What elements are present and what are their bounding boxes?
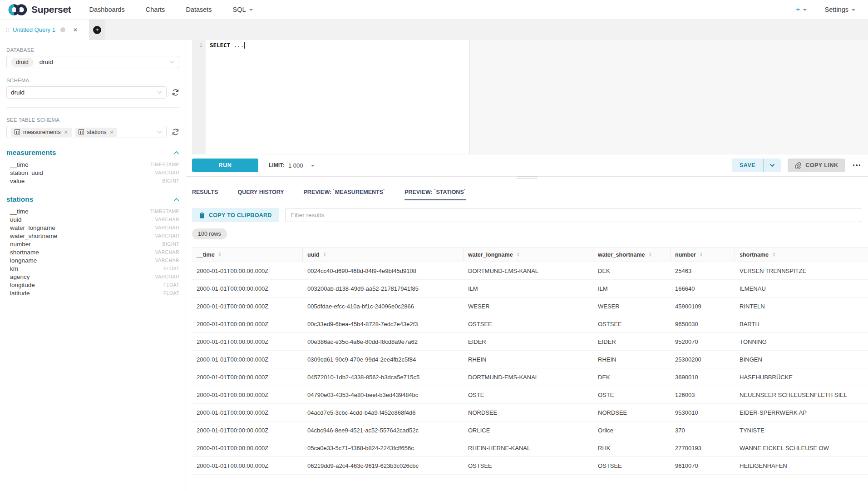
tab-query-history[interactable]: QUERY HISTORY bbox=[237, 189, 284, 200]
copy-link-label: COPY LINK bbox=[805, 162, 838, 169]
save-label[interactable]: SAVE bbox=[732, 159, 763, 172]
caret-down-icon bbox=[249, 9, 253, 11]
table-cell: HASEHUBBRÜCKE bbox=[735, 374, 868, 381]
sort-icon[interactable]: ▲▼ bbox=[517, 253, 520, 257]
table-row[interactable]: 2000-01-01T00:00:00.000Z00e386ac-e35c-4a… bbox=[192, 333, 868, 351]
run-button[interactable]: RUN bbox=[192, 159, 258, 172]
table-cell: 27700193 bbox=[671, 445, 735, 451]
refresh-tables-icon[interactable] bbox=[172, 128, 179, 136]
table-row[interactable]: 2000-01-01T00:00:00.000Z0024cc40-d690-46… bbox=[192, 262, 868, 280]
drag-handle-icon[interactable] bbox=[6, 28, 9, 32]
column-header-number[interactable]: number▲▼ bbox=[671, 248, 735, 262]
query-tab-title[interactable]: Untitled Query 1 bbox=[13, 26, 55, 33]
chevron-up-icon[interactable] bbox=[173, 198, 179, 202]
table-row[interactable]: 2000-01-01T00:00:00.000Z04acd7e5-3cbc-4c… bbox=[192, 404, 868, 422]
table-row[interactable]: 2000-01-01T00:00:00.000Z005dfdae-efcc-41… bbox=[192, 298, 868, 315]
database-select[interactable]: druid druid bbox=[6, 56, 179, 68]
table-cell: 2000-01-01T00:00:00.000Z bbox=[192, 427, 303, 434]
query-tab[interactable]: Untitled Query 1 ✕ bbox=[0, 20, 89, 40]
save-button[interactable]: SAVE bbox=[732, 159, 781, 172]
superset-brand[interactable]: Superset bbox=[8, 4, 71, 16]
column-header-uuid[interactable]: uuid▲▼ bbox=[303, 248, 464, 262]
table-row[interactable]: 2000-01-01T00:00:00.000Z04572010-1db2-43… bbox=[192, 368, 868, 386]
limit-dropdown[interactable]: LIMIT: 1 000 bbox=[269, 162, 315, 169]
clipboard-icon bbox=[199, 212, 205, 218]
nav-item-charts[interactable]: Charts bbox=[146, 6, 165, 13]
refresh-schema-icon[interactable] bbox=[172, 89, 179, 96]
column-header-water-shortname[interactable]: water_shortname▲▼ bbox=[593, 248, 671, 262]
column-header-label: number bbox=[675, 252, 696, 258]
column-row: __timeTIMESTAMP bbox=[6, 160, 179, 169]
table-pill-measurements[interactable]: measurements✕ bbox=[11, 128, 72, 137]
column-header-water-longname[interactable]: water_longname▲▼ bbox=[464, 248, 593, 262]
schema-label: SCHEMA bbox=[6, 78, 179, 83]
sort-icon[interactable]: ▲▼ bbox=[218, 253, 222, 257]
table-schema-select[interactable]: measurements✕stations✕ bbox=[6, 126, 167, 138]
table-row[interactable]: 2000-01-01T00:00:00.000Z00c33ed9-6bea-45… bbox=[192, 315, 868, 333]
table-cell: 2000-01-01T00:00:00.000Z bbox=[192, 356, 303, 363]
schema-select[interactable]: druid bbox=[6, 86, 167, 99]
schema-table-header[interactable]: measurements bbox=[6, 149, 179, 157]
tab-preview-measurements[interactable]: PREVIEW: `MEASUREMENTS` bbox=[304, 189, 385, 200]
new-item-menu[interactable]: + bbox=[796, 5, 807, 14]
table-row[interactable]: 2000-01-01T00:00:00.000Z04cbc946-8ee9-45… bbox=[192, 422, 868, 439]
table-cell: EIDER-SPERRWERK AP bbox=[735, 409, 868, 416]
table-icon bbox=[15, 129, 20, 134]
table-cell: 9530010 bbox=[671, 409, 735, 416]
table-cell: 25463 bbox=[671, 268, 735, 274]
nav-item-dashboards[interactable]: Dashboards bbox=[89, 6, 124, 13]
filter-results-input[interactable] bbox=[285, 208, 861, 222]
remove-table-icon[interactable]: ✕ bbox=[110, 129, 114, 135]
nav-item-datasets[interactable]: Datasets bbox=[186, 6, 212, 13]
table-cell: WANNE EICKEL SCHLEUSE OW bbox=[735, 445, 868, 451]
query-state-dot bbox=[60, 27, 65, 32]
sort-icon[interactable]: ▲▼ bbox=[323, 253, 326, 257]
table-cell: RHK bbox=[593, 445, 671, 451]
nav-item-label: Charts bbox=[146, 6, 165, 13]
close-tab-icon[interactable]: ✕ bbox=[73, 27, 78, 33]
save-dropdown-toggle[interactable] bbox=[764, 159, 781, 172]
sort-icon[interactable]: ▲▼ bbox=[772, 253, 775, 257]
table-cell: 0309cd61-90c9-470e-99d4-2ee4fb2c5f84 bbox=[303, 356, 464, 363]
new-tab-button[interactable]: + bbox=[93, 26, 101, 34]
table-cell: 2000-01-01T00:00:00.000Z bbox=[192, 285, 303, 292]
table-row[interactable]: 2000-01-01T00:00:00.000Z04790e03-4353-4e… bbox=[192, 386, 868, 404]
copy-link-button[interactable]: COPY LINK bbox=[788, 159, 845, 172]
sql-editor[interactable]: 1 SELECT ... bbox=[192, 40, 868, 154]
nav-item-sql[interactable]: SQL bbox=[233, 6, 253, 13]
editor-gutter: 1 bbox=[192, 40, 206, 154]
chevron-up-icon[interactable] bbox=[173, 151, 179, 155]
table-row[interactable]: 2000-01-01T00:00:00.000Z05ca0e33-5c71-43… bbox=[192, 439, 868, 457]
column-name: number bbox=[10, 241, 31, 248]
table-cell: 00c33ed9-6bea-45b4-8728-7edc7e43e2f3 bbox=[303, 321, 464, 327]
sort-icon[interactable]: ▲▼ bbox=[700, 253, 703, 257]
settings-menu[interactable]: Settings bbox=[825, 6, 855, 13]
tab-preview-stations[interactable]: PREVIEW: `STATIONS` bbox=[404, 189, 466, 200]
column-header-shortname[interactable]: shortname▲▼ bbox=[735, 248, 868, 262]
schema-table-header[interactable]: stations bbox=[6, 195, 179, 203]
column-name: longitude bbox=[10, 282, 35, 288]
sort-icon[interactable]: ▲▼ bbox=[649, 253, 652, 257]
table-pill-label: measurements bbox=[23, 129, 61, 135]
schema-tables: measurements__timeTIMESTAMPstation_uuidV… bbox=[6, 149, 179, 297]
table-cell: RINTELN bbox=[735, 303, 868, 310]
tab-results[interactable]: RESULTS bbox=[192, 189, 218, 200]
schema-select-value: druid bbox=[11, 89, 25, 96]
plus-icon: + bbox=[796, 5, 800, 14]
main-area: DATABASE druid druid SCHEMA druid bbox=[0, 40, 868, 491]
copy-to-clipboard-button[interactable]: COPY TO CLIPBOARD bbox=[192, 208, 279, 222]
pane-resize-handle[interactable] bbox=[516, 175, 538, 179]
column-header-time[interactable]: __time▲▼ bbox=[192, 248, 303, 262]
column-header-label: shortname bbox=[740, 252, 769, 258]
more-options-icon[interactable] bbox=[852, 163, 862, 168]
table-cell: EIDER bbox=[464, 338, 593, 345]
column-row: agencyVARCHAR bbox=[6, 273, 179, 281]
table-row[interactable]: 2000-01-01T00:00:00.000Z0309cd61-90c9-47… bbox=[192, 351, 868, 368]
column-type: BIGINT bbox=[163, 178, 179, 184]
column-name: uuid bbox=[10, 216, 22, 223]
table-pill-stations[interactable]: stations✕ bbox=[75, 128, 118, 137]
remove-table-icon[interactable]: ✕ bbox=[64, 129, 68, 135]
table-row[interactable]: 2000-01-01T00:00:00.000Z06219dd9-a2c4-46… bbox=[192, 457, 868, 475]
table-row[interactable]: 2000-01-01T00:00:00.000Z003200ab-d138-49… bbox=[192, 280, 868, 298]
editor-code-area[interactable]: SELECT ... bbox=[206, 40, 868, 154]
